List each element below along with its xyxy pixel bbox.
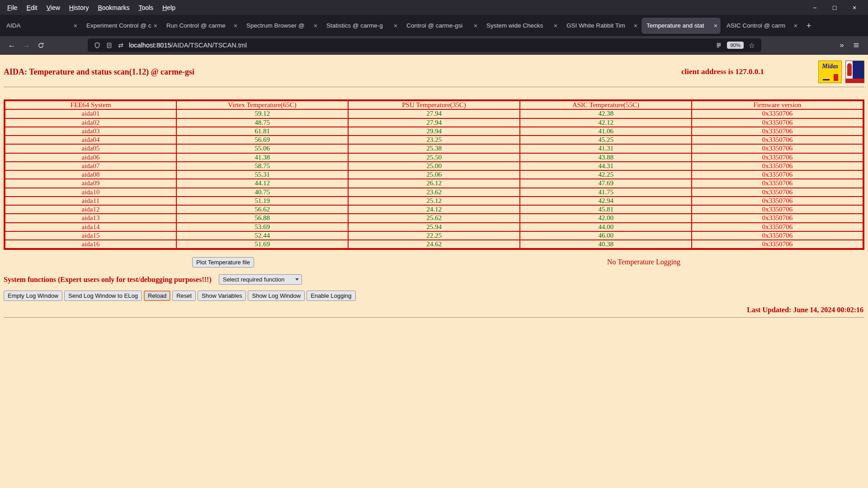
cell-firmware: 0x3350706 [692,162,863,170]
bookmark-star-icon[interactable]: ☆ [746,41,758,50]
tab-close-icon[interactable]: × [154,22,157,29]
browser-tab[interactable]: Run Control @ carme × [161,18,241,34]
browser-tab[interactable]: ASIC Control @ carm × [722,18,801,34]
cell-virtex-temp: 41.38 [176,153,348,162]
action-button[interactable]: Empty Log Window [4,291,62,301]
tab-close-icon[interactable]: × [394,22,397,29]
reload-icon[interactable] [33,38,48,52]
table-row: aida13 56.88 25.62 42.00 0x3350706 [5,214,863,222]
tab-close-icon[interactable]: × [234,22,237,29]
overflow-menu-icon[interactable]: » [835,38,849,52]
action-button[interactable]: Show Variables [198,291,246,301]
no-logging-status: No Temperature Logging [607,258,680,266]
cell-psu-temp: 25.38 [348,144,520,153]
cell-system: aida01 [5,109,176,118]
temperature-table: FEE64 SystemVirtex Temperature(65C)PSU T… [4,99,864,250]
cell-firmware: 0x3350706 [692,170,863,179]
forward-icon[interactable]: → [19,38,33,52]
browser-tab[interactable]: Control @ carme-gsi × [401,18,481,34]
zoom-level-badge[interactable]: 90% [727,42,744,49]
tab-close-icon[interactable]: × [554,22,557,29]
reader-view-icon[interactable] [713,42,725,48]
table-row: aida16 51.69 24.62 40.38 0x3350706 [5,240,863,249]
close-window-icon[interactable]: × [844,4,864,11]
cell-psu-temp: 22.25 [348,231,520,240]
menu-bar: FileEditViewHistoryBookmarksToolsHelp [0,0,180,15]
cell-virtex-temp: 55.31 [176,170,348,179]
browser-tab[interactable]: GSI White Rabbit Tim × [561,18,641,34]
function-select[interactable]: Select required function [219,274,302,285]
tab-title: Control @ carme-gsi [406,22,472,29]
url-path: /AIDA/TSCAN/TSCAN.tml [171,42,247,49]
header-divider [4,87,864,88]
menu-item[interactable]: Tools [134,4,158,11]
menu-item[interactable]: File [3,4,22,11]
cell-psu-temp: 24.62 [348,240,520,249]
browser-tab[interactable]: Experiment Control @ c × [81,18,160,34]
cell-firmware: 0x3350706 [692,205,863,214]
tab-bar: AIDA × Experiment Control @ c × Run Cont… [0,15,868,36]
cell-system: aida09 [5,179,176,188]
cell-psu-temp: 25.62 [348,214,520,222]
menu-item[interactable]: Bookmarks [93,4,134,11]
browser-tab[interactable]: Spectrum Browser @ × [241,18,321,34]
connection-icon[interactable]: ⇄ [115,42,127,49]
tab-close-icon[interactable]: × [714,22,717,29]
browser-tab[interactable]: Temperature and stat × [642,18,721,34]
midas-logo-text: Midas [819,63,841,70]
cell-psu-temp: 25.06 [348,170,520,179]
menu-item[interactable]: View [42,4,65,11]
tracking-shield-icon[interactable] [91,42,103,49]
cell-virtex-temp: 58.75 [176,162,348,170]
cell-psu-temp: 25.50 [348,153,520,162]
menu-item[interactable]: Edit [22,4,42,11]
action-button[interactable]: Show Log Window [248,291,305,301]
url-text: localhost:8015/AIDA/TSCAN/TSCAN.tml [129,42,713,49]
cell-asic-temp: 43.88 [520,153,692,162]
cell-firmware: 0x3350706 [692,144,863,153]
tab-strip: AIDA × Experiment Control @ c × Run Cont… [1,15,801,36]
table-row: aida04 56.69 23.25 45.25 0x3350706 [5,136,863,144]
action-button[interactable]: Reset [172,291,196,301]
cell-asic-temp: 40.38 [520,240,692,249]
tab-title: Temperature and stat [646,22,712,29]
cell-system: aida02 [5,118,176,127]
back-icon[interactable]: ← [5,38,19,52]
tab-close-icon[interactable]: × [314,22,317,29]
hamburger-menu-icon[interactable] [849,38,863,52]
tab-close-icon[interactable]: × [634,22,637,29]
cell-psu-temp: 23.62 [348,188,520,197]
tab-close-icon[interactable]: × [794,22,797,29]
table-row: aida08 55.31 25.06 42.25 0x3350706 [5,170,863,179]
cell-system: aida12 [5,205,176,214]
cell-system: aida07 [5,162,176,170]
minimize-icon[interactable]: − [805,4,825,11]
plot-row: Plot Temperature file No Temperature Log… [0,257,868,268]
menu-item[interactable]: Help [158,4,180,11]
cell-asic-temp: 45.81 [520,205,692,214]
cell-virtex-temp: 56.88 [176,214,348,222]
action-button[interactable]: Enable Logging [307,291,355,301]
tab-close-icon[interactable]: × [474,22,477,29]
navigation-toolbar: ← → ⇄ localhost:8015/AIDA/TSCAN/TSCAN.tm… [0,36,868,55]
cell-virtex-temp: 51.19 [176,197,348,205]
new-tab-button[interactable]: + [801,18,816,33]
url-bar[interactable]: ⇄ localhost:8015/AIDA/TSCAN/TSCAN.tml 90… [88,38,761,52]
site-info-icon[interactable] [103,42,115,49]
action-button[interactable]: Send Log Window to ELog [64,291,142,301]
browser-tab[interactable]: Statistics @ carme-g × [321,18,401,34]
action-button[interactable]: Reload [144,291,170,301]
plot-temperature-button[interactable]: Plot Temperature file [192,257,254,267]
cell-firmware: 0x3350706 [692,127,863,136]
menu-item[interactable]: History [65,4,94,11]
cell-firmware: 0x3350706 [692,223,863,231]
temperature-table-body: aida01 59.12 27.94 42.38 0x3350706 aida0… [5,109,863,249]
cell-virtex-temp: 53.69 [176,223,348,231]
tab-close-icon[interactable]: × [74,22,77,29]
browser-tab[interactable]: System wide Checks × [481,18,561,34]
browser-tab[interactable]: AIDA × [1,18,80,34]
maximize-icon[interactable]: □ [825,4,844,11]
cell-asic-temp: 46.00 [520,231,692,240]
cell-asic-temp: 41.31 [520,144,692,153]
cell-asic-temp: 42.38 [520,109,692,118]
